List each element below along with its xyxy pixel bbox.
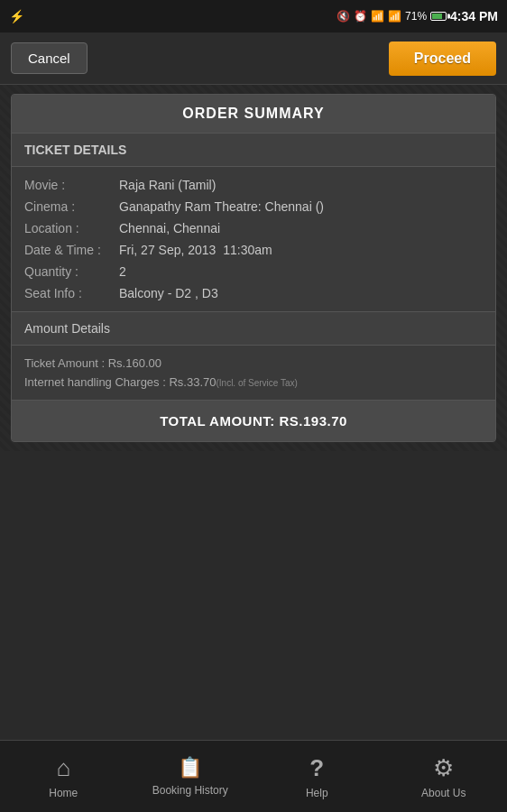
datetime-label: Date & Time : <box>24 243 119 257</box>
movie-value: Raja Rani (Tamil) <box>119 178 483 192</box>
status-bar-left: ⚡ <box>9 9 24 23</box>
booking-history-icon: 📋 <box>178 756 202 780</box>
nav-item-about-us[interactable]: ⚙ About Us <box>381 747 508 807</box>
table-row: Date & Time : Fri, 27 Sep, 2013 11:30am <box>24 243 483 257</box>
alarm-icon: ⏰ <box>354 10 367 23</box>
nav-about-label: About Us <box>421 787 466 799</box>
main-content: ORDER SUMMARY TICKET DETAILS Movie : Raj… <box>0 85 507 451</box>
table-row: Cinema : Ganapathy Ram Theatre: Chennai … <box>24 199 483 214</box>
ticket-details-header: TICKET DETAILS <box>12 134 495 167</box>
nav-item-booking-history[interactable]: 📋 Booking History <box>127 749 254 804</box>
quantity-value: 2 <box>119 264 483 279</box>
home-icon: ⌂ <box>56 754 70 782</box>
handling-charges-text: Internet handling Charges : Rs.33.70 <box>24 375 216 389</box>
ticket-info: Movie : Raja Rani (Tamil) Cinema : Ganap… <box>12 167 495 312</box>
location-value: Chennai, Chennai <box>119 221 483 235</box>
cancel-button[interactable]: Cancel <box>11 42 88 74</box>
action-bar: Cancel Proceed <box>0 32 507 85</box>
status-bar: ⚡ 🔇 ⏰ 📶 📶 71% 4:34 PM <box>0 0 507 32</box>
nav-item-home[interactable]: ⌂ Home <box>0 747 127 807</box>
handling-charges-suffix: (Incl. of Service Tax) <box>216 378 297 388</box>
location-label: Location : <box>24 221 119 235</box>
nav-help-label: Help <box>306 787 328 799</box>
seatinfo-label: Seat Info : <box>24 286 119 300</box>
help-icon: ? <box>309 754 324 782</box>
seatinfo-value: Balcony - D2 , D3 <box>119 286 483 300</box>
status-time: 4:34 PM <box>450 9 498 23</box>
battery-percent: 71% <box>405 10 427 23</box>
mute-icon: 🔇 <box>336 10 350 23</box>
ticket-amount-text: Ticket Amount : Rs.160.00 <box>24 356 161 370</box>
usb-icon: ⚡ <box>9 9 24 23</box>
about-us-icon: ⚙ <box>433 754 454 782</box>
amount-details: Ticket Amount : Rs.160.00 Internet handl… <box>12 346 495 401</box>
table-row: Seat Info : Balcony - D2 , D3 <box>24 286 483 300</box>
nav-item-help[interactable]: ? Help <box>254 747 381 807</box>
nav-booking-label: Booking History <box>152 784 228 797</box>
cinema-label: Cinema : <box>24 199 119 214</box>
table-row: Movie : Raja Rani (Tamil) <box>24 178 483 192</box>
bottom-nav: ⌂ Home 📋 Booking History ? Help ⚙ About … <box>0 740 507 812</box>
datetime-value: Fri, 27 Sep, 2013 11:30am <box>119 243 483 257</box>
proceed-button[interactable]: Proceed <box>389 42 496 76</box>
order-summary-header: ORDER SUMMARY <box>12 95 495 134</box>
order-card: ORDER SUMMARY TICKET DETAILS Movie : Raj… <box>11 94 496 442</box>
battery-icon <box>430 12 447 21</box>
amount-details-header: Amount Details <box>12 312 495 346</box>
status-bar-right: 🔇 ⏰ 📶 📶 71% 4:34 PM <box>336 9 498 23</box>
movie-label: Movie : <box>24 178 119 192</box>
cinema-value: Ganapathy Ram Theatre: Chennai () <box>119 199 483 214</box>
table-row: Quantity : 2 <box>24 264 483 279</box>
nav-home-label: Home <box>49 787 78 799</box>
total-amount-row: TOTAL AMOUNT: RS.193.70 <box>12 401 495 441</box>
table-row: Location : Chennai, Chennai <box>24 221 483 235</box>
signal-icon: 📶 <box>388 10 401 23</box>
total-amount-text: TOTAL AMOUNT: RS.193.70 <box>160 413 347 429</box>
wifi-icon: 📶 <box>371 10 384 23</box>
quantity-label: Quantity : <box>24 264 119 279</box>
handling-charges-row: Internet handling Charges : Rs.33.70(Inc… <box>24 375 483 389</box>
ticket-amount-row: Ticket Amount : Rs.160.00 <box>24 356 483 370</box>
